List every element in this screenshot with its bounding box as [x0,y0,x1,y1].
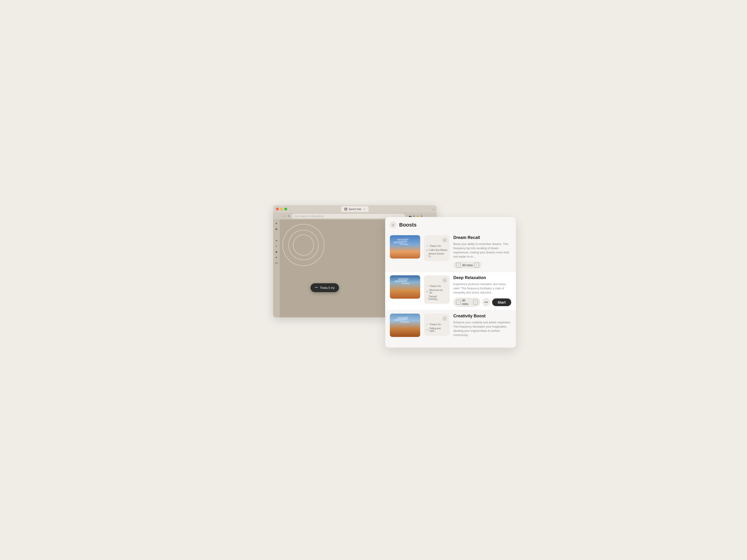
info-icon-3[interactable]: i [442,316,447,321]
browser-sidebar: ★ ◉ ❄ ≡ ◆ ♥ ••• [273,219,280,317]
info-icon-1[interactable]: i [442,238,447,243]
time-next-1[interactable]: › [474,263,479,267]
boost-thumbnail-2 [390,275,420,299]
sidebar-compass-icon[interactable]: ◉ [274,227,279,231]
sidebar-diamond-icon[interactable]: ◆ [274,250,279,254]
tooltip-wave-icon: 〜 [315,286,318,290]
sidebar-heart-icon[interactable]: ♥ [274,255,279,260]
start-button[interactable]: Start [492,298,511,306]
frequency-label-3: Theta 6 Hz [430,323,441,326]
floating-tooltip: 〜 Theta 5 Hz [310,283,339,292]
info-icon-2[interactable]: i [442,278,447,283]
boost-title-1: Dream Recall [453,235,511,240]
boost-controls-1: ‹ 30 mins › [453,262,511,269]
boost-controls-2: ‹ 30 mins › ••• Start [453,297,511,307]
boost-desc-3: Enhance your creativity and artistic ins… [453,320,511,337]
nav-back[interactable]: ‹ [282,215,283,217]
sky-image-1 [390,235,420,259]
boost-info-card-3: i 〜 Theta 6 Hz ◎ Falling and melti... [424,314,449,336]
sound-label-1: Calm Sea Waves [429,249,447,251]
sound-icon-1: ◎ [426,249,428,251]
boost-thumbnail-1 [390,235,420,259]
tooltip-label: Theta 5 Hz [320,286,335,290]
panel-header: × Boosts [385,222,516,232]
panel-title: Boosts [399,222,417,228]
frequency-icon-3: 〜 [426,323,428,326]
boost-sound-2: ◎ Wind and ice rai... [426,289,447,294]
close-icon: × [392,223,394,227]
boost-frequency-2: 〜 Theta 5 Hz [426,285,447,288]
traffic-light-green[interactable] [284,208,287,211]
tab-label: Speed Dial [349,208,361,211]
boost-desc-1: Boost your ability to remember dreams. T… [453,242,511,259]
browser-tab[interactable]: ✕ Speed Dial ✕ [341,206,368,212]
nav-refresh[interactable]: ↻ [288,215,290,218]
traffic-light-yellow[interactable] [280,208,283,211]
boost-frequency-3: 〜 Theta 6 Hz [426,323,447,326]
boost-item-creativity: i 〜 Theta 6 Hz ◎ Falling and melti... Cr… [385,310,516,343]
frequency-icon-2: 〜 [426,285,428,288]
nav-forward[interactable]: › [285,215,286,217]
boost-title-3: Creativity Boost [453,314,511,319]
sound-icon-2: ◎ [426,290,428,293]
browser-titlebar: ✕ Speed Dial ✕ ⌕ [273,205,437,213]
boost-info-card-2: i 〜 Theta 5 Hz ◎ Wind and ice rai... ♪ T… [424,275,449,304]
frequency-icon-1: 〜 [426,244,428,247]
boost-thumbnail-3 [390,314,420,337]
sky-image-2 [390,275,420,299]
search-placeholder: Enter search or web address [294,215,324,217]
tab-icon: ✕ [344,208,347,211]
music-icon-1: ♪ [426,254,428,256]
boost-item-dream-recall: i 〜 Theta 4 Hz ◎ Calm Sea Waves ♪ Serene… [385,232,516,272]
time-label-1: 30 mins [462,263,473,267]
boost-music-2: ♪ Tranquil Evening... [426,295,447,300]
decorative-circles-left [282,224,325,266]
music-label-1: Serene Sunset G... [429,252,447,258]
sidebar-more-icon[interactable]: ••• [274,261,279,265]
sidebar-asterisk-icon[interactable]: ❄ [274,238,279,243]
sound-label-2: Wind and ice rai... [429,289,447,294]
sky-image-3 [390,314,420,337]
boost-desc-2: Experience profound relaxation and stres… [453,282,511,295]
tab-close[interactable]: ✕ [363,208,365,211]
traffic-light-red[interactable] [276,208,279,211]
boost-title-2: Deep Relaxation [453,275,511,280]
boost-frequency-1: 〜 Theta 4 Hz [426,244,447,247]
browser-nav-icons: ‹ › ↻ [282,215,290,218]
time-next-2[interactable]: › [473,300,478,304]
boost-sound-3: ◎ Falling and melti... [426,327,447,332]
boost-content-2: Deep Relaxation Experience profound rela… [453,275,511,307]
sidebar-star-icon[interactable]: ★ [274,221,279,225]
boost-item-deep-relaxation: i 〜 Theta 5 Hz ◎ Wind and ice rai... ♪ T… [385,272,516,310]
boosts-panel: × Boosts i 〜 Theta 4 Hz [385,217,516,348]
panel-close-button[interactable]: × [390,222,396,228]
frequency-label-2: Theta 5 Hz [430,285,441,288]
time-prev-2[interactable]: ‹ [456,300,461,304]
more-icon: ••• [484,300,488,304]
boost-content-1: Dream Recall Boost your ability to remem… [453,235,511,269]
music-label-2: Tranquil Evening... [429,295,447,300]
scene: ✕ Speed Dial ✕ ⌕ ‹ › ↻ Enter search or w… [273,205,474,355]
time-control-2: ‹ 30 mins › [453,297,481,307]
boost-info-card-1: i 〜 Theta 4 Hz ◎ Calm Sea Waves ♪ Serene… [424,235,449,261]
boost-music-1: ♪ Serene Sunset G... [426,252,447,258]
boost-sound-1: ◎ Calm Sea Waves [426,249,447,251]
sound-label-3: Falling and melti... [429,327,447,332]
more-options-button[interactable]: ••• [482,298,490,306]
sound-icon-3: ◎ [426,328,428,331]
time-prev-1[interactable]: ‹ [456,263,461,267]
time-control-1: ‹ 30 mins › [453,262,482,269]
sidebar-lines-icon[interactable]: ≡ [274,244,279,248]
frequency-label-1: Theta 4 Hz [430,245,441,247]
search-icon[interactable]: ⌕ [433,208,434,211]
music-icon-2: ♪ [426,297,428,299]
time-label-2: 30 mins [462,299,472,306]
boost-content-3: Creativity Boost Enhance your creativity… [453,314,511,340]
